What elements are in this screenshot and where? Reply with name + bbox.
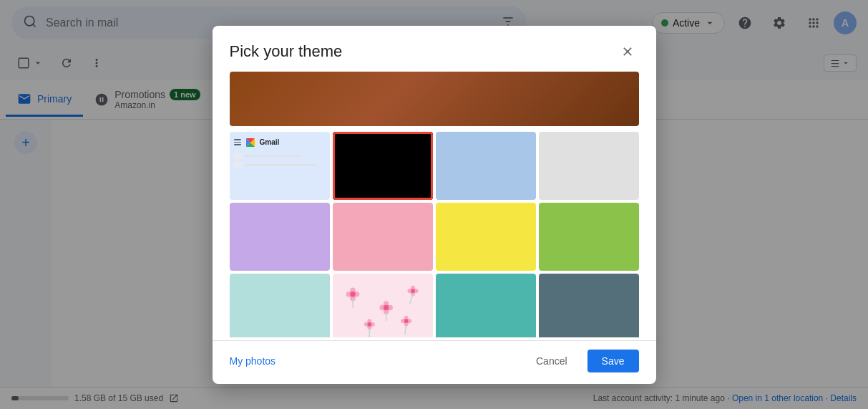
theme-preview	[230, 72, 639, 126]
theme-yellow[interactable]	[436, 203, 536, 271]
theme-floral[interactable]	[333, 274, 433, 337]
dialog-actions: Cancel Save	[522, 350, 639, 372]
theme-light-blue[interactable]	[436, 132, 536, 200]
svg-point-24	[411, 289, 415, 293]
main-content: + Pick your theme	[0, 120, 868, 409]
theme-grid-container: Gmail	[213, 126, 656, 337]
theme-purple[interactable]	[230, 203, 330, 271]
theme-pink[interactable]	[333, 203, 433, 271]
theme-teal[interactable]	[436, 274, 536, 337]
save-button[interactable]: Save	[587, 350, 639, 372]
theme-mint[interactable]	[230, 274, 330, 337]
theme-light-gray[interactable]	[539, 132, 639, 200]
svg-point-18	[383, 304, 388, 309]
dialog-title: Pick your theme	[230, 42, 343, 61]
theme-black[interactable]	[333, 132, 433, 200]
cancel-button[interactable]: Cancel	[522, 350, 582, 372]
theme-dialog-overlay: Pick your theme	[0, 0, 868, 409]
svg-point-30	[367, 322, 371, 327]
svg-point-12	[350, 292, 355, 297]
theme-preview-image	[230, 72, 639, 126]
theme-grid: Gmail	[230, 132, 639, 337]
theme-green[interactable]	[539, 203, 639, 271]
theme-dialog: Pick your theme	[213, 26, 656, 384]
dialog-header: Pick your theme	[213, 26, 656, 72]
dialog-footer: My photos Cancel Save	[213, 340, 656, 384]
dialog-close-button[interactable]	[616, 40, 639, 63]
svg-point-36	[404, 319, 408, 323]
theme-dark-blue-gray[interactable]	[539, 274, 639, 337]
theme-default[interactable]: Gmail	[230, 132, 330, 200]
my-photos-button[interactable]: My photos	[230, 355, 276, 367]
